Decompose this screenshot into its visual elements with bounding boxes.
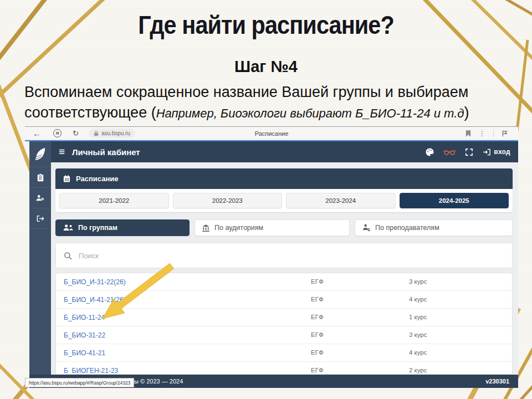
body-line2-example: Например, Биоэкологи выбирают Б_БИО-11-2… [156,106,464,120]
login-label: вход [494,148,510,156]
group-link[interactable]: Б_БИО_И-41-21(26) [64,296,126,304]
group-faculty: ЕГФ [311,349,324,356]
group-course: 4 курс [409,349,427,356]
collections-icon[interactable] [502,130,508,137]
year-tabs: 2021-2022 2022-2023 2023-2024 2024-2025 [55,189,513,212]
tab-by-teachers[interactable]: По преподавателям [355,219,513,236]
url-text: asu.bspu.ru [101,130,130,136]
group-faculty: ЕГФ [311,278,324,285]
clipboard-icon[interactable] [29,167,51,188]
app-header-title: Личный кабинет [72,147,140,157]
body-line2-end: ) [464,104,469,121]
group-row-target[interactable]: Б_БИО-11-24 ЕГФ 1 курс [56,309,512,326]
group-link[interactable]: Б_БИО-41-21 [64,349,105,357]
group-link[interactable]: Б_БИО_И-31-22(26) [64,278,126,286]
app-header: ≡ Личный кабинет [51,141,518,162]
logout-icon[interactable] [29,208,51,229]
tab-by-teachers-label: По преподавателям [375,224,439,232]
groups-list: Б_БИО_И-31-22(26) ЕГФ 3 курс Б_БИО_И-41-… [55,273,513,375]
tab-by-auditoriums-label: По аудиториям [214,224,263,232]
bspu-logo[interactable] [29,141,51,167]
group-course: 2 курс [409,367,427,374]
year-tab-2024-2025[interactable]: 2024-2025 [400,193,509,208]
group-course: 3 курс [409,331,427,338]
slide-step-heading: Шаг №4 [0,58,532,76]
address-bar[interactable]: asu.bspu.ru [89,129,135,138]
back-icon[interactable]: ← [33,129,41,138]
reload-icon[interactable]: ↻ [73,129,79,137]
browser-site-icon[interactable]: Я [53,129,62,137]
group-link[interactable]: Б_БИО-31-22 [64,331,105,339]
toolbar-divider [493,130,494,137]
slide-title: Где найти расписание? [27,10,505,40]
calendar-icon [63,175,71,183]
teacher-icon [362,224,371,232]
group-course: 3 курс [409,278,427,285]
group-row[interactable]: Б_БИОГЕН-21-23 ЕГФ 2 курс [56,362,512,375]
group-course: 4 курс [409,296,427,303]
hamburger-icon[interactable]: ≡ [59,146,65,158]
group-row[interactable]: Б_БИО-31-22 ЕГФ 3 курс [56,326,512,344]
presentation-slide: Где найти расписание? Шаг №4 Вспоминаем … [0,0,532,399]
schedule-card-title: Расписание [76,175,119,183]
palette-icon[interactable] [425,147,434,157]
schedule-web-app: ≡ Личный кабинет [29,141,518,388]
fullscreen-icon[interactable] [465,148,473,156]
search-box [55,243,513,268]
body-line2-start: соответствующее ( [24,104,156,121]
group-faculty: ЕГФ [311,314,324,320]
view-tabs: По группам По аудиториям П [55,219,513,236]
login-button[interactable]: вход [483,148,510,156]
schedule-card-header: Расписание [55,168,513,189]
slide-body-text: Вспоминаем сокращенное название Вашей гр… [24,82,512,123]
status-bar-url: https://asu.bspu.ru/webapp/#/Rasp/Group/… [25,378,134,387]
group-row[interactable]: Б_БИО-41-21 ЕГФ 4 курс [56,344,512,362]
browser-toolbar: ← Я ↻ asu.bspu.ru Расписание ⋮ [25,126,518,140]
menu-dots-icon[interactable]: ⋮ [479,130,485,137]
group-faculty: ЕГФ [311,367,324,374]
search-input[interactable] [78,251,504,260]
group-course: 1 курс [409,314,427,320]
group-row[interactable]: Б_БИО_И-41-21(26) ЕГФ 4 курс [56,291,512,309]
body-line1: Вспоминаем сокращенное название Вашей гр… [24,84,468,100]
groups-icon [63,224,74,232]
search-icon [64,252,72,260]
login-icon [483,148,491,156]
group-link[interactable]: Б_БИО-11-24 [64,314,105,321]
lock-icon [94,130,99,136]
year-tab-2023-2024[interactable]: 2023-2024 [286,193,396,208]
bookmark-icon[interactable] [466,130,471,137]
tab-by-groups[interactable]: По группам [55,219,190,236]
glasses-icon[interactable] [444,149,456,155]
group-row[interactable]: Б_БИО_И-31-22(26) ЕГФ 3 курс [56,273,512,291]
users-settings-icon[interactable] [29,188,51,208]
year-tab-2022-2023[interactable]: 2022-2023 [173,193,283,208]
group-faculty: ЕГФ [311,331,324,338]
browser-screenshot: ← Я ↻ asu.bspu.ru Расписание ⋮ [25,126,518,388]
tab-by-auditoriums[interactable]: По аудиториям [195,219,350,236]
year-tab-2021-2022[interactable]: 2021-2022 [59,193,169,208]
schedule-card: Расписание 2021-2022 2022-2023 2023-2024… [55,168,513,212]
app-sidebar [29,141,51,388]
group-link[interactable]: Б_БИОГЕН-21-23 [64,367,118,375]
app-main: Расписание 2021-2022 2022-2023 2023-2024… [51,162,518,375]
footer-version: v230301 [485,378,509,385]
tab-by-groups-label: По группам [78,224,117,232]
auditorium-icon [202,224,210,232]
group-faculty: ЕГФ [311,296,324,303]
